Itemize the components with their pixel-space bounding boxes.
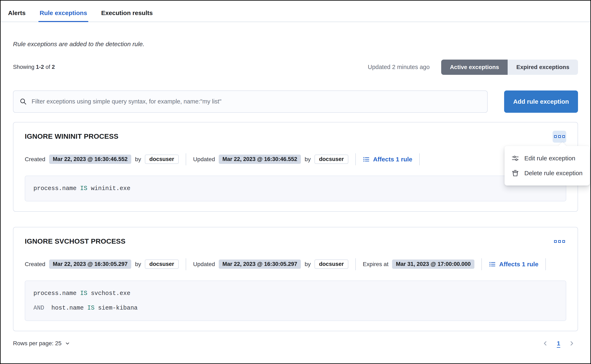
previous-page-button[interactable] (542, 340, 549, 347)
next-page-button[interactable] (568, 340, 575, 347)
divider (355, 153, 356, 165)
edit-controls-icon (511, 155, 519, 162)
tab-execution-results[interactable]: Execution results (100, 6, 154, 22)
created-date-badge: Mar 22, 2023 @ 16:30:46.552 (49, 155, 131, 164)
card-header: IGNORE WININIT PROCESS (25, 132, 566, 143)
showing-range: 1-2 (36, 64, 44, 70)
toolbar-row: Showing 1-2 of 2 Updated 2 minutes ago A… (13, 59, 578, 75)
page-number[interactable]: 1 (557, 340, 560, 347)
card-header: IGNORE SVCHOST PROCESS (25, 237, 566, 247)
showing-total: 2 (52, 64, 55, 70)
showing-of: of (46, 64, 50, 70)
add-rule-exception-button[interactable]: Add rule exception (504, 91, 578, 113)
exception-card-svchost: IGNORE SVCHOST PROCESS Created Mar 22, 2… (13, 227, 578, 331)
query-field: host.name (51, 305, 84, 312)
rows-per-page-label: Rows per page: 25 (13, 340, 61, 347)
exception-card-wininit: IGNORE WININIT PROCESS Created Mar 22, 2… (13, 122, 578, 212)
search-box[interactable] (13, 91, 488, 113)
exception-query: process.name IS wininit.exe (25, 176, 566, 201)
boxes-horizontal-icon (558, 240, 561, 243)
toolbar-right: Updated 2 minutes ago Active exceptions … (368, 59, 578, 75)
boxes-horizontal-icon (562, 135, 565, 138)
chevron-down-icon (64, 340, 71, 346)
updated-group: Updated Mar 22, 2023 @ 16:30:46.552 by d… (193, 155, 348, 164)
updated-user-badge: docsuser (315, 260, 348, 269)
exception-actions-button[interactable] (553, 236, 566, 247)
divider (186, 258, 186, 270)
rows-per-page-button[interactable]: Rows per page: 25 (13, 340, 71, 347)
query-bool-operator: AND (34, 305, 44, 312)
boxes-horizontal-icon (562, 240, 565, 243)
query-value: svchost.exe (91, 290, 130, 297)
query-operator: IS (80, 290, 87, 297)
updated-date-badge: Mar 22, 2023 @ 16:30:05.297 (219, 260, 301, 269)
search-row: Add rule exception (13, 91, 578, 113)
affects-rules-label: Affects 1 rule (499, 261, 538, 268)
pagination-footer: Rows per page: 25 1 (13, 340, 578, 353)
trash-icon (511, 169, 519, 177)
divider (419, 153, 420, 165)
tab-bar: Alerts Rule exceptions Execution results (1, 1, 590, 22)
showing-count: Showing 1-2 of 2 (13, 64, 55, 70)
delete-rule-exception-label: Delete rule exception (524, 170, 583, 177)
active-exceptions-button[interactable]: Active exceptions (441, 59, 508, 75)
boxes-horizontal-icon (554, 240, 557, 243)
page-description: Rule exceptions are added to the detecti… (13, 40, 578, 48)
exception-actions-button[interactable] (553, 131, 566, 143)
created-group: Created Mar 22, 2023 @ 16:30:46.552 by d… (25, 155, 179, 164)
created-user-badge: docsuser (145, 155, 179, 164)
query-operator: IS (80, 185, 87, 192)
query-field: process.name (34, 290, 77, 297)
divider (481, 258, 482, 270)
divider (186, 153, 186, 165)
boxes-horizontal-icon (558, 135, 561, 138)
created-group: Created Mar 22, 2023 @ 16:30:05.297 by d… (25, 260, 179, 269)
exception-meta-row: Created Mar 22, 2023 @ 16:30:05.297 by d… (25, 258, 566, 270)
list-icon (489, 261, 496, 268)
created-user-badge: docsuser (145, 260, 179, 269)
created-date-badge: Mar 22, 2023 @ 16:30:05.297 (49, 260, 131, 269)
query-operator: IS (87, 305, 94, 312)
tab-rule-exceptions[interactable]: Rule exceptions (38, 6, 88, 22)
query-line: AND host.name IS siem-kibana (34, 305, 557, 311)
exception-title: IGNORE WININIT PROCESS (25, 132, 118, 140)
query-line: process.name IS svchost.exe (34, 290, 557, 296)
list-icon (363, 156, 370, 163)
search-input[interactable] (32, 98, 481, 105)
by-label: by (305, 156, 311, 163)
tab-alerts[interactable]: Alerts (7, 6, 27, 22)
query-value: siem-kibana (98, 305, 137, 312)
query-value: wininit.exe (91, 185, 130, 192)
showing-prefix: Showing (13, 64, 34, 70)
popover-arrow (558, 142, 566, 150)
chevron-left-icon (542, 340, 549, 347)
boxes-horizontal-icon (554, 135, 557, 138)
by-label: by (135, 261, 141, 267)
query-line: process.name IS wininit.exe (34, 186, 557, 191)
divider (355, 258, 356, 270)
exception-title: IGNORE SVCHOST PROCESS (25, 237, 126, 245)
exception-filter-group: Active exceptions Expired exceptions (441, 59, 578, 75)
affects-rules-link[interactable]: Affects 1 rule (489, 261, 538, 268)
search-icon (20, 98, 27, 105)
affects-rules-link[interactable]: Affects 1 rule (363, 156, 412, 163)
by-label: by (305, 261, 311, 267)
edit-rule-exception-item[interactable]: Edit rule exception (504, 151, 590, 166)
expires-date-badge: Mar 31, 2023 @ 17:00:00.000 (392, 260, 474, 269)
delete-rule-exception-item[interactable]: Delete rule exception (504, 166, 590, 181)
rule-exceptions-page: Alerts Rule exceptions Execution results… (0, 0, 591, 364)
pagination: 1 (542, 340, 575, 347)
expired-exceptions-button[interactable]: Expired exceptions (508, 59, 578, 75)
edit-rule-exception-label: Edit rule exception (524, 155, 575, 162)
affects-rules-label: Affects 1 rule (373, 156, 412, 163)
updated-user-badge: docsuser (315, 155, 348, 164)
divider (545, 258, 546, 270)
updated-label: Updated (193, 261, 215, 267)
updated-date-badge: Mar 22, 2023 @ 16:30:46.552 (219, 155, 301, 164)
expires-group: Expires at Mar 31, 2023 @ 17:00:00.000 (363, 260, 474, 269)
updated-label: Updated (193, 156, 215, 163)
query-field: process.name (34, 185, 77, 192)
created-label: Created (25, 261, 45, 267)
exception-query: process.name IS svchost.exe AND host.nam… (25, 280, 566, 321)
exception-meta-row: Created Mar 22, 2023 @ 16:30:46.552 by d… (25, 153, 566, 165)
